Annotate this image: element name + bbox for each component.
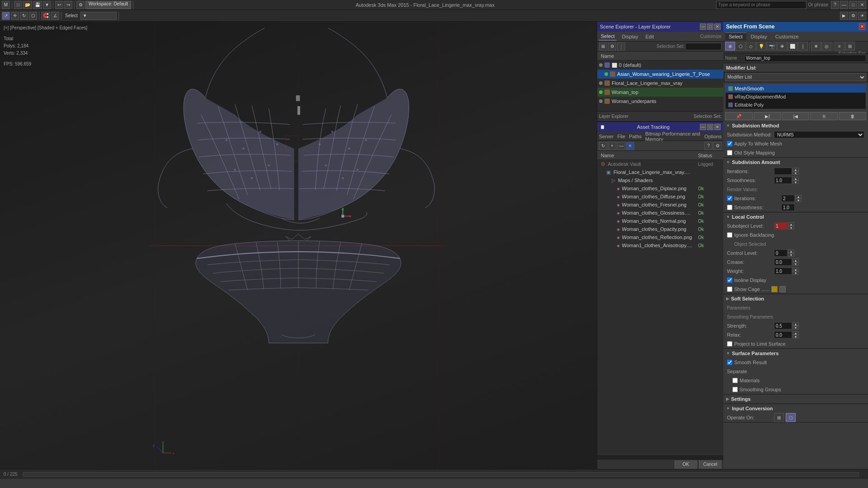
search-input[interactable] [716,1,807,9]
show-end-btn[interactable]: ▶| [754,112,781,120]
smoothness-input[interactable] [776,178,790,183]
min-btn[interactable]: — [840,1,848,9]
smooth-result-cb[interactable] [727,360,732,365]
subdivision-method-header[interactable]: ▼ Subdivision Method [723,121,868,130]
ctrl-up[interactable]: ▲ [788,249,794,253]
at-list-btn[interactable]: ≡ [626,142,634,150]
project-cb[interactable] [727,341,732,347]
scene-item-floral[interactable]: Floral_Lace_Lingerie_max_vray [597,79,723,88]
old-style-checkbox[interactable] [727,150,732,155]
render-iter-down[interactable]: ▼ [795,198,802,202]
isoline-cb[interactable] [727,277,732,283]
at-close-btn[interactable]: ✕ [714,124,721,130]
at-settings-btn[interactable]: ⚙ [713,142,722,150]
show-cage-cb[interactable] [727,286,732,292]
close-scene-btn[interactable]: ✕ [714,23,721,30]
at-file-menu[interactable]: File [617,134,625,139]
cage-color1[interactable] [771,286,778,292]
at-ok-btn[interactable]: OK [675,460,697,469]
modifier-editable-poly[interactable]: Editable Poly [726,101,866,109]
sel-cam-btn[interactable]: 📷 [767,42,777,51]
at-item-tex4[interactable]: ■ Woman_clothes_Normal.png Ok [597,217,723,225]
crease-up[interactable]: ▲ [793,258,799,262]
sfs-tab-display[interactable]: Display [747,33,771,40]
sel-hide-btn[interactable]: ◎ [821,42,831,51]
at-item-tex3[interactable]: ■ Woman_clothes_Glossiness.png Ok [597,209,723,217]
sel-hier-btn[interactable]: ⊞ [845,42,855,51]
sub-method-dropdown[interactable]: NURMS [774,131,864,138]
modifier-vray-disp[interactable]: vRayDisplacementMod [726,93,866,101]
cage-color2[interactable] [779,286,786,292]
close-btn[interactable]: ✕ [858,1,866,9]
help-icon[interactable]: ? [831,1,839,9]
render-iter-input[interactable] [783,196,793,201]
save-btn[interactable]: 💾 [33,1,42,9]
selection-set-input[interactable] [685,43,722,50]
sel-freeze-btn[interactable]: ❄ [811,42,821,51]
remove-modifier-btn[interactable]: 🗑 [839,112,866,120]
sel-list-btn[interactable]: ≡ [835,42,844,51]
at-bitmap-menu[interactable]: Bitmap Performance and Memory [645,131,701,142]
at-server-menu[interactable]: Server [599,134,613,139]
redo-btn[interactable]: ↪ [64,1,72,9]
render-iter-up[interactable]: ▲ [795,195,802,198]
at-add-btn[interactable]: + [608,142,616,150]
sfs-tab-customize[interactable]: Customize [772,33,802,40]
render-btn[interactable]: ▶ [840,12,848,20]
relax-down[interactable]: ▼ [793,335,799,338]
at-item-tex7[interactable]: ■ Woman1_clothes_Anisotropy.png Ok [597,241,723,249]
at-item-maps[interactable]: ▷ Maps / Shaders [597,176,723,184]
tab-select[interactable]: Select [599,33,617,41]
move-tool-btn[interactable]: ✛ [11,12,19,20]
pin-stack-btn[interactable]: 📌 [725,112,753,120]
ignore-backfacing-cb[interactable] [727,232,732,238]
smooth-down-btn[interactable]: ▼ [793,180,799,184]
scale-tool-btn[interactable]: ⬡ [29,12,37,20]
at-item-tex5[interactable]: ■ Woman_clothes_Opacity.png Ok [597,225,723,233]
sublevel-down[interactable]: ▼ [788,226,794,230]
weight-down[interactable]: ▼ [793,271,799,275]
surface-params-header[interactable]: ▼ Surface Parameters [723,349,868,358]
rotate-tool-btn[interactable]: ↻ [20,12,28,20]
subdivision-amount-header[interactable]: ▼ Subdivision Amount [723,158,868,167]
sfs-tab-select[interactable]: Select [725,33,746,40]
local-control-header[interactable]: ▼ Local Control [723,212,868,221]
sel-helper-btn[interactable]: ✙ [777,42,787,51]
smooth-up-btn[interactable]: ▲ [793,177,799,180]
at-help-btn[interactable]: ? [704,142,712,150]
render-smooth-input[interactable] [783,205,793,210]
ctrl-down[interactable]: ▼ [788,253,794,257]
at-item-tex1[interactable]: ■ Woman_clothes_Diffuse.png Ok [597,192,723,201]
at-item-max-file[interactable]: ▣ Floral_Lace_Lingerie_max_vray.max [597,168,723,176]
scene-item-woman-top[interactable]: Woman_top [597,88,723,97]
relax-up[interactable]: ▲ [793,331,799,335]
render-settings-btn[interactable]: ⚙ [76,1,85,9]
soft-selection-header[interactable]: ▶ Soft Selection [723,294,868,303]
render-iter-checkbox[interactable] [727,196,732,201]
at-item-tex2[interactable]: ■ Woman_clothes_Fresnel.png Ok [597,201,723,209]
weight-input[interactable] [776,269,790,274]
scene-item-asian-woman[interactable]: Asian_Woman_wearing_Lingerie_T_Pose [597,70,723,79]
relax-input[interactable] [776,333,790,338]
weight-up[interactable]: ▲ [793,267,799,271]
operate-on-btn1[interactable]: ⊞ [774,413,784,422]
sel-space-btn[interactable]: ⬜ [788,42,797,51]
modifier-dropdown[interactable]: Modifier List [725,73,866,81]
str-down[interactable]: ▼ [793,326,799,329]
at-min-btn[interactable]: — [700,124,706,130]
scene-item-layer0[interactable]: ⬜ 0 (default) [597,61,723,70]
at-refresh-btn[interactable]: ↻ [599,142,607,150]
at-paths-menu[interactable]: Paths [629,134,642,139]
sel-geo-btn[interactable]: ⬡ [736,42,745,51]
crease-down[interactable]: ▼ [793,262,799,266]
minimize-scene-btn[interactable]: — [700,23,706,30]
input-conversion-header[interactable]: ▼ Input Conversion [723,404,868,413]
sel-shape-btn[interactable]: ◇ [746,42,756,51]
save-as-btn[interactable]: ▼ [43,1,51,9]
sel-light-btn[interactable]: 💡 [756,42,766,51]
smoothing-groups-cb[interactable] [732,387,738,392]
new-btn[interactable]: □ [14,1,22,9]
materials-cb[interactable] [732,378,738,383]
at-options-menu[interactable]: Options [704,134,722,139]
at-item-vault[interactable]: ⚙ Autodesk Vault Logged [597,160,723,168]
